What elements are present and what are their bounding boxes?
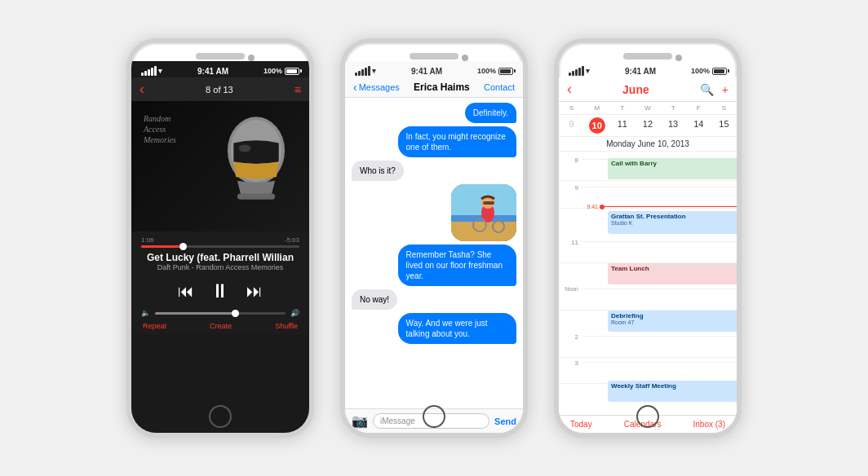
contact-info: Erica Haims [414, 82, 470, 93]
wifi-icon: ▾ [158, 67, 162, 75]
weekday-s2: S [711, 104, 737, 112]
date-10-today[interactable]: 10 [589, 117, 605, 134]
battery-fill-3 [714, 69, 724, 73]
weekday-m: M [584, 104, 609, 112]
music-screen: ‹ 8 of 13 ≡ RandomAccessMemories [131, 77, 309, 433]
volume-track[interactable] [155, 312, 286, 315]
time-label-2: 2 [559, 332, 582, 341]
messages-app-screen: ▾ 9:41 AM 100% ‹ Messages E [345, 43, 523, 433]
date-14[interactable]: 14 [686, 117, 711, 134]
battery-fill-2 [500, 69, 511, 73]
progress-fill [141, 245, 181, 248]
calendar-nav: ‹ June 🔍 + [559, 77, 737, 102]
event-debriefing[interactable]: Debriefing Room 47 [608, 311, 737, 332]
status-right: 100% [264, 67, 299, 75]
bubble-7: Way. And we were just talking about you. [398, 313, 516, 344]
bubble-photo [451, 184, 516, 241]
home-button[interactable] [209, 405, 232, 428]
progress-thumb [179, 243, 187, 250]
event-call-barry[interactable]: Call with Barry [608, 158, 737, 179]
create-button[interactable]: Create [210, 322, 232, 330]
vol-up-3[interactable] [554, 108, 556, 126]
volume-up-button[interactable] [126, 108, 128, 126]
shuffle-button[interactable]: Shuffle [275, 322, 298, 330]
time-label-3: 3 [559, 358, 582, 367]
event-staff-meeting[interactable]: Weekly Staff Meeting [608, 381, 737, 402]
sleep-wake-3[interactable] [740, 125, 742, 149]
camera-icon[interactable]: 📷 [352, 413, 368, 429]
status-time-3: 9:41 AM [625, 67, 656, 76]
album-title-art: RandomAccessMemories [144, 113, 176, 145]
current-time-label: 9:41 [582, 204, 600, 209]
home-button-3[interactable] [636, 405, 659, 428]
send-button[interactable]: Send [494, 416, 516, 426]
inbox-button[interactable]: Inbox (3) [693, 420, 725, 429]
status-bar-music: ▾ 9:41 AM 100% [131, 61, 309, 77]
music-time-bar: 1:06 -5:03 [141, 236, 299, 244]
selected-date-label: Monday June 10, 2013 [559, 137, 737, 152]
event-grattan[interactable]: Grattan St. Presentation Studio K [608, 211, 737, 234]
status-time: 9:41 AM [197, 67, 228, 76]
mute-button[interactable] [126, 88, 128, 101]
battery-icon-2 [498, 68, 513, 75]
phones-container: ▾ 9:41 AM 100% ‹ 8 of 13 ≡ [110, 22, 758, 454]
mute-button-2[interactable] [340, 88, 342, 101]
messages-nav: ‹ Messages Erica Haims Contact [345, 77, 523, 98]
battery-icon-3 [712, 68, 727, 75]
bubble-text-5: Remember Tasha? She lived on our floor f… [406, 250, 503, 280]
status-left-2: ▾ [355, 66, 376, 76]
album-art: RandomAccessMemories [131, 101, 309, 231]
calendar-search-button[interactable]: 🔍 [700, 83, 714, 96]
event-staff-title: Weekly Staff Meeting [611, 382, 737, 390]
repeat-button[interactable]: Repeat [143, 322, 166, 330]
event-lunch-title: Team Lunch [611, 265, 737, 272]
date-9[interactable]: 9 [559, 117, 584, 134]
vol-up-2[interactable] [340, 108, 342, 126]
volume-fill [155, 312, 233, 315]
date-11[interactable]: 11 [609, 117, 635, 134]
status-time-2: 9:41 AM [411, 67, 442, 76]
progress-track[interactable] [141, 245, 299, 248]
event-debrief-sub: Room 47 [611, 320, 737, 325]
contact-button[interactable]: Contact [484, 82, 515, 92]
weekday-t2: T [661, 104, 686, 112]
time-remaining: -5:03 [285, 236, 299, 244]
vol-down-2[interactable] [340, 133, 342, 151]
volume-down-button[interactable] [126, 133, 128, 151]
weekday-w: W [635, 104, 660, 112]
volume-high-icon: 🔊 [290, 309, 299, 317]
today-button[interactable]: Today [570, 420, 592, 429]
date-12[interactable]: 12 [635, 117, 660, 134]
time-label-noon: Noon [559, 284, 582, 292]
track-title: Get Lucky (feat. Pharrell Willian [141, 252, 299, 263]
status-bar-calendar: ▾ 9:41 AM 100% [559, 61, 737, 77]
calendar-back-button[interactable]: ‹ [567, 81, 572, 98]
sleep-wake-2[interactable] [526, 125, 528, 149]
music-app-screen: ▾ 9:41 AM 100% ‹ 8 of 13 ≡ [131, 43, 309, 433]
weekday-s1: S [559, 104, 584, 112]
event-team-lunch[interactable]: Team Lunch [608, 263, 737, 284]
pause-button[interactable]: ⏸ [210, 280, 230, 302]
time-slot-noon: Noon [559, 284, 737, 311]
volume-low-icon: 🔈 [141, 309, 150, 317]
rewind-button[interactable]: ⏮ [178, 282, 194, 301]
calendar-add-button[interactable]: + [722, 83, 728, 96]
bubble-text-6: No way! [360, 295, 389, 304]
battery-percent-3: 100% [691, 67, 710, 75]
date-13[interactable]: 13 [661, 117, 686, 134]
music-back-button[interactable]: ‹ [140, 81, 144, 98]
vol-down-3[interactable] [554, 133, 556, 151]
messages-back-button[interactable]: ‹ Messages [353, 81, 400, 94]
mute-button-3[interactable] [554, 88, 556, 101]
fast-forward-button[interactable]: ⏭ [246, 282, 263, 301]
calendar-timeline: 8 Call with Barry 9 [559, 152, 737, 415]
music-bottom-bar: Repeat Create Shuffle [131, 319, 309, 333]
music-list-button[interactable]: ≡ [294, 83, 301, 96]
svg-rect-9 [483, 201, 494, 205]
date-15[interactable]: 15 [711, 117, 737, 134]
sleep-wake-button[interactable] [312, 125, 314, 149]
home-button-2[interactable] [423, 405, 445, 428]
phone-calendar: ▾ 9:41 AM 100% ‹ June 🔍 + [554, 38, 742, 438]
event-grattan-sub: Studio K [611, 220, 737, 226]
status-left-3: ▾ [569, 66, 590, 76]
